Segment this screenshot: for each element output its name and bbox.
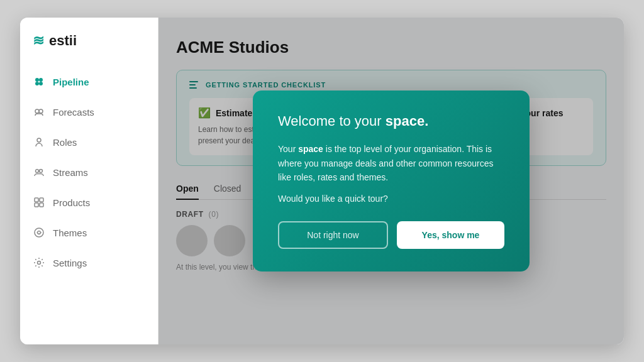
sidebar-item-settings[interactable]: Settings: [20, 248, 158, 278]
sidebar-item-roles[interactable]: Roles: [20, 127, 158, 157]
modal-body: Your space is the top level of your orga…: [278, 142, 504, 184]
themes-icon: [33, 226, 45, 239]
pipeline-icon: [33, 75, 45, 88]
sidebar-item-settings-label: Settings: [53, 258, 87, 268]
streams-icon: [33, 166, 45, 178]
logo-area: ≋ estii: [20, 18, 158, 62]
sidebar-item-products[interactable]: Products: [20, 187, 158, 217]
modal-question: Would you like a quick tour?: [278, 194, 504, 204]
roles-icon: [33, 136, 45, 148]
products-icon: [33, 196, 45, 209]
sidebar-item-forecasts-label: Forecasts: [53, 107, 94, 118]
sidebar-item-themes[interactable]: Themes: [20, 217, 158, 248]
yes-show-me-button[interactable]: Yes, show me: [397, 221, 504, 249]
main-content: ACME Studios Getting Started Checklist ✅…: [158, 18, 624, 344]
not-right-now-button[interactable]: Not right now: [278, 221, 388, 249]
svg-point-7: [36, 170, 39, 173]
svg-point-2: [35, 82, 39, 85]
sidebar-item-pipeline[interactable]: Pipeline: [20, 67, 158, 97]
svg-rect-12: [40, 203, 43, 207]
sidebar-item-roles-label: Roles: [53, 137, 77, 148]
svg-point-6: [37, 138, 41, 142]
svg-point-5: [39, 109, 43, 113]
sidebar-item-pipeline-label: Pipeline: [53, 77, 89, 87]
sidebar-item-themes-label: Themes: [53, 228, 87, 238]
svg-point-14: [38, 261, 41, 265]
nav-items: Pipeline Forecasts: [20, 62, 158, 283]
modal-actions: Not right now Yes, show me: [278, 221, 504, 249]
sidebar: ≋ estii Pipeline: [20, 18, 158, 344]
sidebar-item-streams-label: Streams: [53, 167, 88, 178]
svg-point-1: [39, 78, 43, 82]
sidebar-item-streams[interactable]: Streams: [20, 157, 158, 187]
logo-icon: ≋: [33, 33, 44, 49]
svg-point-8: [40, 170, 43, 173]
svg-point-3: [39, 82, 43, 85]
forecasts-icon: [33, 106, 45, 118]
settings-icon: [33, 256, 45, 269]
modal-overlay: Welcome to your space. Your space is the…: [158, 18, 624, 344]
svg-point-0: [35, 78, 39, 82]
sidebar-item-products-label: Products: [53, 197, 90, 208]
app-window: ≋ estii Pipeline: [20, 18, 624, 344]
sidebar-item-forecasts[interactable]: Forecasts: [20, 97, 158, 127]
modal: Welcome to your space. Your space is the…: [253, 90, 530, 271]
logo-text: estii: [49, 33, 77, 49]
modal-title: Welcome to your space.: [278, 113, 504, 129]
svg-rect-11: [35, 203, 38, 207]
svg-point-13: [35, 228, 43, 237]
svg-rect-10: [40, 198, 43, 202]
svg-point-4: [35, 109, 39, 113]
svg-rect-9: [35, 198, 38, 202]
